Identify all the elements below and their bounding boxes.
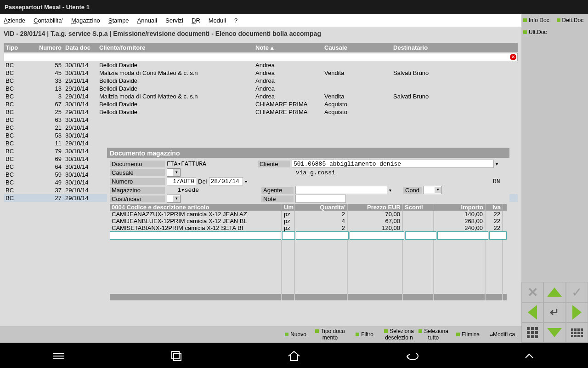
menu-annuali[interactable]: Annuali: [137, 17, 157, 24]
cliente-input[interactable]: [292, 160, 494, 168]
table-row[interactable]: BC2529/10/14Bellodi DavideCHIAMARE PRIMA…: [4, 108, 518, 116]
enter-button[interactable]: ↵: [543, 302, 565, 322]
grid-row[interactable]: CAMISETABIANX-12PRIM camicia X-12 SETA B…: [110, 224, 507, 231]
action-nuovo[interactable]: Nuovo: [278, 330, 313, 339]
grid-button[interactable]: [521, 322, 543, 343]
action-filtro[interactable]: Filtro: [347, 330, 382, 339]
gh-um: Um: [282, 204, 295, 211]
table-row[interactable]: BC5530/10/14Bellodi DavideAndrea: [4, 61, 518, 69]
right-button[interactable]: [566, 302, 588, 322]
menu-bar: AziendeContabilita'MagazzinoStampeAnnual…: [0, 14, 521, 27]
menu-moduli[interactable]: Moduli: [209, 17, 226, 24]
grid-row[interactable]: CAMIJEANBLUEX-12PRIM camicia X-12 JEAN B…: [110, 218, 507, 224]
confirm-button[interactable]: ✓: [566, 282, 588, 302]
col-cliente[interactable]: Cliente/fornitore: [97, 44, 254, 52]
nav-home[interactable]: [287, 349, 301, 365]
cond-select[interactable]: ▾: [424, 186, 442, 194]
document-popup: Documento magazzino Documento FTA▾FATTUR…: [107, 148, 509, 328]
table-row[interactable]: BC6730/10/14Bellodi DavideCHIAMARE PRIMA…: [4, 100, 518, 108]
numero-input[interactable]: [167, 177, 196, 185]
action-bar: Nuovo Tipo docu mento Filtro Seleziona d…: [0, 326, 521, 343]
col-tipo[interactable]: Tipo: [4, 44, 31, 52]
menu-stampe[interactable]: Stampe: [108, 17, 129, 24]
menu-servizi[interactable]: Servizi: [165, 17, 183, 24]
table-row[interactable]: BC1129/10/14: [4, 139, 518, 147]
filter-input[interactable]: ✕: [4, 53, 518, 61]
label-del: Del: [198, 178, 207, 185]
nav-expand[interactable]: [522, 349, 537, 365]
costi-select[interactable]: ▾: [167, 195, 181, 203]
menu-magazzino[interactable]: Magazzino: [71, 17, 100, 24]
action-seleziona-deseleziona[interactable]: Seleziona deselezio n: [382, 327, 416, 342]
nav-recent[interactable]: [169, 349, 184, 365]
action-tipo-documento[interactable]: Tipo docu mento: [313, 327, 347, 342]
col-destinatario[interactable]: Destinatario: [391, 44, 474, 52]
note-input[interactable]: [295, 195, 346, 203]
dots-icon: [527, 327, 538, 338]
clear-filter-icon[interactable]: ✕: [510, 54, 516, 60]
date-dropdown-icon[interactable]: ▾: [245, 179, 247, 184]
svg-rect-1: [174, 353, 181, 361]
table-row[interactable]: BC4530/10/14Malizia moda di Conti Matteo…: [4, 69, 518, 77]
del-input[interactable]: [209, 177, 243, 185]
menu-dr[interactable]: DR: [192, 17, 200, 24]
col-data[interactable]: Data doc: [63, 44, 97, 52]
documento-value[interactable]: FTA▾FATTURA: [167, 160, 217, 167]
gh-iva: Iva: [486, 204, 503, 211]
gh-imp: Importo: [434, 204, 486, 211]
grid-new-row[interactable]: [110, 231, 507, 240]
agente-dropdown-icon[interactable]: ▾: [389, 188, 391, 193]
gh-prz: Prezzo EUR: [348, 204, 403, 211]
magazzino-value[interactable]: 1▾sede: [167, 186, 199, 194]
action-elimina[interactable]: Elimina: [451, 330, 485, 339]
cliente-prov: RN: [493, 178, 507, 185]
label-costi: Costi/ricavi: [110, 196, 165, 202]
arrow-up-icon: [547, 288, 562, 297]
breadcrumb: VID - 28/01/14 | T.a.g. service S.p.a | …: [0, 27, 521, 40]
table-row[interactable]: BC3329/10/14Bellodi DavideAndrea: [4, 77, 518, 85]
table-row[interactable]: BC5330/10/14: [4, 132, 518, 139]
table-row[interactable]: BC1329/10/14Bellodi DavideAndrea: [4, 85, 518, 92]
android-nav-bar: [0, 346, 588, 368]
menu-contabilita'[interactable]: Contabilita': [34, 17, 63, 24]
action-modifica[interactable]: ↵Modifi ca: [485, 330, 520, 339]
col-numero[interactable]: Numero: [31, 44, 63, 52]
grid-header: 0004 Codice e descrizione articolo Um Qu…: [110, 204, 507, 211]
label-cliente: Cliente: [258, 161, 290, 167]
col-note[interactable]: Note ▴: [254, 44, 322, 52]
label-causale: Causale: [110, 169, 165, 176]
down-button[interactable]: [543, 322, 565, 343]
dropdown-icon[interactable]: ▾: [496, 161, 500, 167]
up-button[interactable]: [543, 282, 565, 302]
svg-rect-0: [172, 351, 179, 359]
left-button[interactable]: [521, 302, 543, 322]
table-row[interactable]: BC6330/10/14: [4, 116, 518, 124]
enter-icon: ↵: [550, 306, 559, 319]
cancel-button[interactable]: ✕: [521, 282, 543, 302]
keyboard-button[interactable]: [566, 322, 588, 343]
table-row[interactable]: BC329/10/14Malizia moda di Conti Matteo …: [4, 92, 518, 100]
arrow-left-icon: [528, 305, 537, 320]
grid-row[interactable]: CAMIJEANAZZUX-12PRIM camicia X-12 JEAN A…: [110, 211, 507, 218]
menu-?[interactable]: ?: [234, 17, 237, 24]
rail-info-doc[interactable]: Info Doc: [521, 14, 555, 26]
gh-code: 0004 Codice e descrizione articolo: [110, 204, 282, 211]
col-causale[interactable]: Causale: [322, 44, 391, 52]
label-magazzino: Magazzino: [110, 187, 165, 194]
menu-aziende[interactable]: Aziende: [4, 17, 25, 24]
nav-menu[interactable]: [51, 349, 66, 365]
rail-ult-doc[interactable]: Ult.Doc: [521, 26, 588, 38]
label-agente: Agente: [261, 187, 294, 194]
agente-input[interactable]: [295, 186, 387, 194]
label-note: Note: [261, 196, 294, 202]
causale-select[interactable]: ▾: [167, 168, 181, 177]
check-icon: ✓: [571, 285, 582, 300]
rail-dett-doc[interactable]: Dett.Doc: [555, 14, 588, 26]
action-seleziona-tutto[interactable]: Seleziona tutto: [416, 327, 451, 342]
keyboard-icon: [571, 328, 583, 337]
x-icon: ✕: [527, 285, 538, 300]
nav-back[interactable]: [404, 349, 419, 365]
popup-title: Documento magazzino: [107, 149, 509, 158]
table-row[interactable]: BC2129/10/14: [4, 124, 518, 132]
arrow-right-icon: [572, 305, 582, 320]
